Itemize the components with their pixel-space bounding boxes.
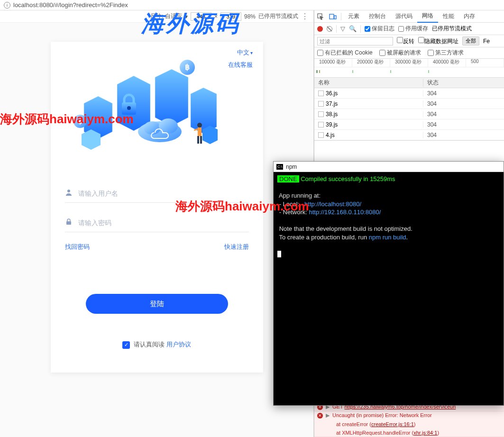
filter-input[interactable] bbox=[317, 37, 393, 46]
username-input[interactable] bbox=[78, 190, 249, 197]
clear-icon[interactable] bbox=[327, 26, 332, 32]
network-toolbar: ▽ 🔍 保留日志 停用缓存 已停用节流模式 bbox=[314, 23, 504, 35]
file-icon bbox=[318, 101, 324, 107]
agreement-checkbox[interactable]: ✓ bbox=[122, 341, 130, 349]
login-button[interactable]: 登陆 bbox=[86, 294, 228, 314]
thirdparty-req-checkbox[interactable]: 第三方请求 bbox=[428, 49, 464, 57]
preview-body: 中文▾ 在线客服 bbox=[0, 23, 313, 437]
dim-sep: × bbox=[214, 13, 218, 20]
svg-text:฿: ฿ bbox=[185, 63, 190, 71]
password-field[interactable] bbox=[65, 213, 249, 232]
hide-dataurl-checkbox[interactable]: 隐藏数据网址 bbox=[418, 37, 458, 46]
file-icon bbox=[318, 111, 324, 117]
shielded-req-checkbox[interactable]: 被屏蔽的请求 bbox=[379, 49, 421, 57]
table-row[interactable]: 37.js304 bbox=[314, 99, 504, 109]
filter-all-pill[interactable]: 全部 bbox=[462, 36, 479, 46]
preserve-log-checkbox[interactable]: 保留日志 bbox=[365, 25, 394, 33]
svg-point-9 bbox=[127, 106, 131, 110]
login-card: 中文▾ 在线客服 bbox=[51, 42, 263, 373]
network-filter-row: 反转 隐藏数据网址 全部 Fe bbox=[314, 35, 504, 47]
filter-icon[interactable]: ▽ bbox=[340, 25, 345, 32]
tab-console[interactable]: 控制台 bbox=[364, 10, 391, 23]
filter-fetch-pill[interactable]: Fe bbox=[483, 38, 490, 45]
col-status[interactable]: 状态 bbox=[423, 79, 504, 87]
devtools-tabs: 元素 控制台 源代码 网络 性能 内存 bbox=[314, 10, 504, 23]
table-row[interactable]: 4.js304 bbox=[314, 130, 504, 140]
network-timeline[interactable]: 100000 毫秒 200000 毫秒 300000 毫秒 400000 毫秒 … bbox=[314, 59, 504, 78]
local-url: http://localhost:8080/ bbox=[304, 200, 361, 208]
size-label[interactable]: 尺寸: 自适应 bbox=[150, 12, 182, 20]
npm-terminal-window[interactable]: C:\ npm DONE Compiled successfully in 15… bbox=[273, 161, 504, 406]
language-link[interactable]: 中文▾ bbox=[228, 48, 253, 57]
source-link[interactable]: createError.js:16:1 bbox=[371, 421, 414, 427]
lock-icon bbox=[65, 218, 74, 227]
svg-rect-14 bbox=[198, 127, 202, 136]
devtools-console: ✕ ▶ GET https://235.haiwaiym6.top/home/i… bbox=[314, 402, 504, 437]
invert-checkbox[interactable]: 反转 bbox=[397, 37, 414, 46]
disable-cache-checkbox[interactable]: 停用缓存 bbox=[398, 25, 428, 33]
done-badge: DONE bbox=[277, 175, 299, 182]
chevron-down-icon: ▾ bbox=[250, 50, 253, 55]
password-input[interactable] bbox=[78, 219, 249, 227]
timeline-tick: 200000 毫秒 bbox=[352, 59, 390, 67]
register-link[interactable]: 快速注册 bbox=[224, 243, 249, 251]
agreement-row: ✓ 请认真阅读 用户协议 bbox=[65, 340, 249, 349]
tab-sources[interactable]: 源代码 bbox=[391, 10, 417, 23]
table-row[interactable]: 39.js304 bbox=[314, 119, 504, 130]
svg-rect-15 bbox=[197, 136, 199, 144]
tab-memory[interactable]: 内存 bbox=[459, 10, 480, 23]
svg-rect-21 bbox=[66, 221, 71, 225]
hero-illustration: ฿ ฿ bbox=[65, 51, 221, 155]
chevron-down-icon[interactable]: ▾ bbox=[185, 13, 188, 20]
source-link[interactable]: xhr.js:84:1 bbox=[413, 430, 437, 436]
cmd-icon: C:\ bbox=[276, 164, 283, 170]
browser-url-bar[interactable]: i localhost:8080/#/login?redirect=%2Find… bbox=[0, 0, 504, 10]
height-input[interactable] bbox=[220, 12, 241, 21]
file-icon bbox=[318, 132, 324, 138]
terminal-body: DONE Compiled successfully in 15259ms Ap… bbox=[274, 172, 504, 261]
svg-text:฿: ฿ bbox=[78, 118, 82, 125]
terminal-title: npm bbox=[286, 164, 297, 170]
device-toggle-icon[interactable] bbox=[327, 10, 339, 23]
preview-toolbar: 尺寸: 自适应 ▾ × 98% 已停用节流模式 ⋮ bbox=[0, 10, 313, 23]
expand-arrow-icon[interactable]: ▶ bbox=[326, 412, 330, 419]
file-icon bbox=[318, 91, 324, 96]
tab-performance[interactable]: 性能 bbox=[438, 10, 459, 23]
username-field[interactable] bbox=[65, 184, 249, 203]
service-link[interactable]: 在线客服 bbox=[228, 61, 253, 69]
cookie-filter-row: 有已拦截的 Cookie 被屏蔽的请求 第三方请求 bbox=[314, 47, 504, 59]
agreement-link[interactable]: 用户协议 bbox=[166, 341, 191, 348]
svg-rect-23 bbox=[330, 14, 334, 19]
info-icon: i bbox=[4, 2, 10, 9]
user-icon bbox=[65, 189, 74, 198]
table-row[interactable]: 36.js304 bbox=[314, 88, 504, 99]
login-form: 找回密码 快速注册 登陆 ✓ 请认真阅读 用户协议 bbox=[65, 184, 249, 349]
zoom-label[interactable]: 98% bbox=[244, 13, 256, 20]
timeline-tick: 300000 毫秒 bbox=[390, 59, 428, 67]
console-error-line[interactable]: ✕ ▶ Uncaught (in promise) Error: Network… bbox=[314, 411, 504, 437]
cursor bbox=[277, 251, 281, 257]
col-name[interactable]: 名称 bbox=[314, 79, 423, 87]
inspect-icon[interactable] bbox=[314, 10, 327, 23]
more-menu-icon[interactable]: ⋮ bbox=[301, 12, 309, 21]
search-icon[interactable]: 🔍 bbox=[349, 25, 357, 32]
timeline-tick: 500 bbox=[466, 59, 504, 67]
url-text: localhost:8080/#/login?redirect=%2Findex bbox=[13, 1, 128, 9]
forgot-password-link[interactable]: 找回密码 bbox=[65, 243, 90, 251]
terminal-titlebar[interactable]: C:\ npm bbox=[274, 162, 504, 172]
timeline-tick: 100000 毫秒 bbox=[314, 59, 352, 67]
file-icon bbox=[318, 122, 324, 127]
svg-point-13 bbox=[197, 123, 202, 127]
throttle-select[interactable]: 已停用节流模式 bbox=[432, 25, 472, 33]
tab-network[interactable]: 网络 bbox=[417, 10, 438, 23]
record-icon[interactable] bbox=[317, 26, 323, 32]
svg-marker-3 bbox=[191, 88, 217, 134]
table-row[interactable]: 38.js304 bbox=[314, 109, 504, 119]
tab-elements[interactable]: 元素 bbox=[343, 10, 364, 23]
network-url: http://192.168.0.110:8080/ bbox=[309, 209, 381, 216]
width-input[interactable] bbox=[191, 12, 211, 21]
throttle-label[interactable]: 已停用节流模式 bbox=[258, 12, 298, 20]
blocked-cookie-checkbox[interactable]: 有已拦截的 Cookie bbox=[317, 49, 373, 57]
svg-marker-19 bbox=[202, 126, 218, 144]
svg-rect-16 bbox=[200, 136, 202, 144]
